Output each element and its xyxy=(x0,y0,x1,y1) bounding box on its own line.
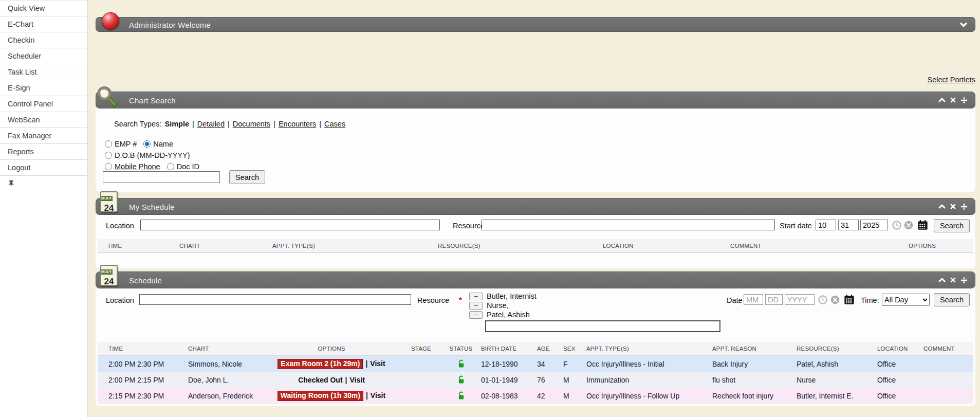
visit-link[interactable]: Visit xyxy=(370,359,385,368)
expand-portlet-button[interactable] xyxy=(959,22,968,28)
unlocked-icon[interactable] xyxy=(444,375,478,384)
calendar-day: 24 xyxy=(101,275,117,286)
start-date-day-input[interactable] xyxy=(838,220,859,230)
my-schedule-resource-input[interactable] xyxy=(482,220,775,230)
remove-resource-button[interactable]: – xyxy=(469,311,483,319)
sidebar-item-label: Quick View xyxy=(8,4,45,12)
mobile-phone-radio-label: Mobile Phone xyxy=(115,162,160,171)
schedule-resource-input[interactable] xyxy=(485,320,720,332)
dob-radio-label: D.O.B (MM-DD-YYYY) xyxy=(115,151,190,159)
close-portlet-button[interactable] xyxy=(950,97,956,103)
appointment-row: 2:00 PM 2:30 PM Simmons, Nicole Exam Roo… xyxy=(98,356,973,372)
sidebar-item-checkin[interactable]: Checkin xyxy=(0,32,87,48)
sidebar-item-task-list[interactable]: Task List xyxy=(0,64,87,80)
move-portlet-handle[interactable] xyxy=(960,97,968,104)
room-status-badge[interactable]: Waiting Room (1h 30m) xyxy=(278,391,363,401)
search-type-simple[interactable]: Simple xyxy=(164,120,189,128)
move-portlet-handle[interactable] xyxy=(960,203,968,210)
search-type-detailed[interactable]: Detailed xyxy=(197,120,225,128)
cell-resource: Nurse xyxy=(793,376,874,384)
schedule-location-input[interactable] xyxy=(139,294,411,305)
visit-link[interactable]: Visit xyxy=(349,376,364,384)
doc-id-radio[interactable] xyxy=(167,163,174,170)
select-portlets-link[interactable]: Select Portlets xyxy=(868,76,975,84)
date-month-input[interactable] xyxy=(744,294,763,305)
resource-label: Resource xyxy=(453,222,485,230)
clock-icon[interactable] xyxy=(818,295,827,306)
schedule-body: Location Resource * – Butler, Internist … xyxy=(96,288,975,406)
remove-resource-button[interactable]: – xyxy=(469,302,483,310)
cell-birth-date: 01-01-1949 xyxy=(478,376,532,384)
close-portlet-button[interactable] xyxy=(950,204,956,209)
column-header-appt-reason: APPT. REASON xyxy=(709,346,793,352)
clear-date-icon[interactable] xyxy=(830,295,840,306)
column-header-appt-types: APPT. TYPE(S) xyxy=(583,346,709,352)
remove-resource-button[interactable]: – xyxy=(469,293,483,300)
resource-row: – Nurse, xyxy=(469,301,509,310)
sidebar-item-label: WebScan xyxy=(8,116,40,124)
sidebar-item-scheduler[interactable]: Scheduler xyxy=(0,48,87,64)
sidebar-item-e-chart[interactable]: E-Chart xyxy=(0,16,87,32)
sidebar-item-control-panel[interactable]: Control Panel xyxy=(0,96,87,112)
sidebar-item-e-sign[interactable]: E-Sign xyxy=(0,80,87,96)
clear-date-icon[interactable] xyxy=(904,221,913,232)
calendar-page-icon: MAY 24 xyxy=(100,191,118,212)
clock-icon[interactable] xyxy=(892,221,901,232)
emp-radio-label: EMP # xyxy=(115,140,137,148)
calendar-picker-icon[interactable] xyxy=(917,220,928,232)
resource-row: – Patel, Ashish xyxy=(469,311,530,319)
move-portlet-handle[interactable] xyxy=(960,277,968,284)
sidebar-item-label: E-Sign xyxy=(8,84,30,92)
sidebar-pin-toggle[interactable] xyxy=(0,176,87,194)
chart-search-button[interactable]: Search xyxy=(229,170,265,184)
collapse-portlet-button[interactable] xyxy=(938,97,946,103)
start-date-month-input[interactable] xyxy=(816,220,836,230)
sidebar-item-logout[interactable]: Logout xyxy=(0,160,87,176)
sidebar-item-webscan[interactable]: WebScan xyxy=(0,112,87,128)
my-schedule-search-button[interactable]: Search xyxy=(934,219,970,232)
close-portlet-button[interactable] xyxy=(950,277,956,283)
cell-options: Checked Out|Visit xyxy=(252,376,411,384)
my-schedule-location-input[interactable] xyxy=(140,220,440,230)
unlocked-icon[interactable] xyxy=(444,359,478,368)
sidebar-item-reports[interactable]: Reports xyxy=(0,144,87,160)
checkout-status[interactable]: Checked Out xyxy=(298,376,342,384)
collapse-portlet-button[interactable] xyxy=(938,277,946,283)
divider: | xyxy=(228,120,230,128)
radio-row-1: EMP # Name xyxy=(105,140,173,148)
chart-search-title: Chart Search xyxy=(129,96,176,104)
search-type-cases[interactable]: Cases xyxy=(324,120,345,128)
cell-location: Office xyxy=(874,392,920,400)
emp-radio[interactable] xyxy=(105,140,112,148)
date-year-input[interactable] xyxy=(785,294,815,305)
cell-appt-type: Occ Injury/Illness - Follow Up xyxy=(583,392,709,400)
column-header-resources: RESOURCE(S) xyxy=(438,243,603,249)
cell-appt-type: Immunization xyxy=(583,376,709,384)
unlocked-icon[interactable] xyxy=(444,391,478,400)
search-type-encounters[interactable]: Encounters xyxy=(279,120,316,128)
move-icon xyxy=(960,97,968,104)
cell-age: 42 xyxy=(532,392,560,400)
time-select[interactable]: All Day xyxy=(882,294,930,306)
chart-search-input[interactable] xyxy=(103,171,220,183)
cell-birth-date: 02-08-1983 xyxy=(478,392,532,400)
calendar-picker-icon[interactable] xyxy=(844,294,855,307)
schedule-search-button[interactable]: Search xyxy=(934,293,970,306)
name-radio[interactable] xyxy=(143,140,151,148)
collapse-portlet-button[interactable] xyxy=(938,204,946,209)
date-day-input[interactable] xyxy=(765,294,783,305)
column-header-location: LOCATION xyxy=(874,346,920,352)
sidebar-item-fax-manager[interactable]: Fax Manager xyxy=(0,128,87,144)
start-date-year-input[interactable] xyxy=(860,220,888,230)
column-header-chart: CHART xyxy=(188,346,252,352)
date-label: Date xyxy=(727,296,743,304)
column-header-resources: RESOURCE(S) xyxy=(793,346,874,352)
room-status-badge[interactable]: Exam Room 2 (1h 29m) xyxy=(278,359,363,369)
dob-radio[interactable] xyxy=(105,152,112,159)
mobile-phone-radio[interactable] xyxy=(105,163,112,170)
sidebar-item-quick-view[interactable]: Quick View xyxy=(0,0,87,16)
column-header-comment: COMMENT xyxy=(730,243,909,249)
search-type-documents[interactable]: Documents xyxy=(233,120,270,128)
visit-link[interactable]: Visit xyxy=(371,391,385,400)
search-types-label: Search Types: xyxy=(114,120,161,128)
